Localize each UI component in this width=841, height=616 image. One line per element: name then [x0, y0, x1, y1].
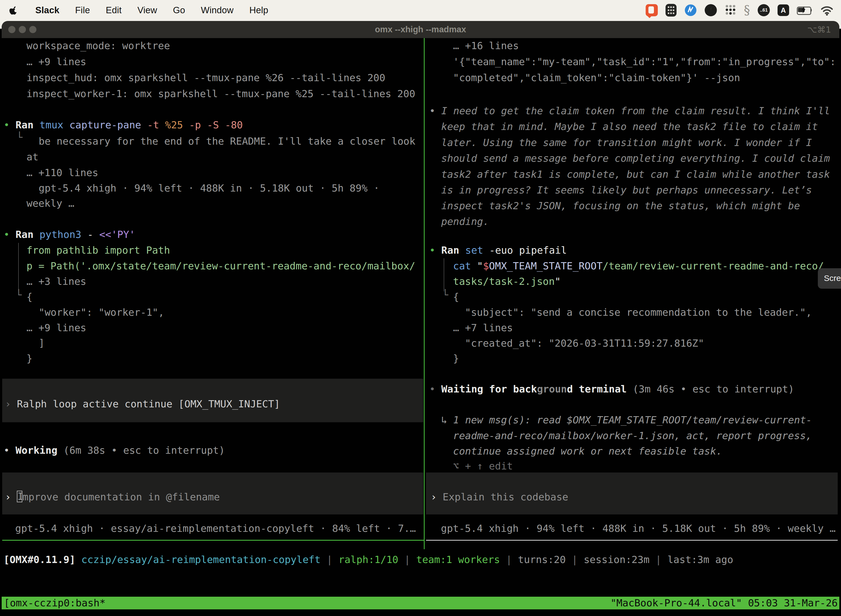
working-status-line: • Working (6m 38s • esc to interrupt)	[4, 444, 225, 457]
menu-item-view[interactable]: View	[138, 5, 157, 15]
terminal-line: inspect_worker-1: omx sparkshell --tmux-…	[26, 88, 415, 100]
menu-bar: SlackFileEditViewGoWindowHelp § ..61 A	[0, 0, 841, 21]
terminal-line: workspace_mode: worktree	[26, 40, 170, 52]
status-tray: § ..61 A	[646, 0, 834, 21]
terminal-line: └	[442, 289, 448, 301]
ralph-loop-status-line: › Ralph loop active continue [OMX_TMUX_I…	[5, 398, 280, 411]
tmux-status-bar: [omx-cczip0:bash* "MacBook-Pro-44.local"…	[1, 597, 840, 609]
terminal-line: └	[16, 289, 22, 301]
input-source-icon[interactable]: A	[778, 4, 789, 16]
count-badge-icon[interactable]: ..61	[757, 4, 770, 16]
terminal-line: pending.	[441, 215, 489, 228]
right-pane-border	[426, 540, 838, 541]
terminal-line: {	[26, 290, 32, 303]
terminal-line: readme-and-reco/mailbox/worker-1.json, a…	[453, 430, 812, 442]
terminal-line: … +9 lines	[26, 56, 86, 68]
terminal-line: … +9 lines	[26, 321, 86, 334]
terminal-line: should send a message before completing …	[441, 152, 830, 165]
terminal-line: is in progress? It seems likely but perh…	[441, 184, 812, 197]
code-block-rule	[18, 243, 19, 292]
new-message-notice-line: ↳ 1 new msg(s): read $OMX_TEAM_STATE_ROO…	[441, 414, 812, 427]
ran-tmux-capture-line: • Ran tmux capture-pane -t %25 -p -S -80	[4, 119, 243, 131]
pane-divider[interactable]	[424, 38, 425, 549]
terminal-line: '{"team_name":"my-team","task_id":"1","f…	[453, 56, 836, 68]
badge-app-icon[interactable]	[684, 4, 697, 16]
menu-items: SlackFileEditViewGoWindowHelp	[35, 5, 284, 15]
terminal-line: task2 after task1 is complete, but can I…	[441, 168, 830, 181]
tmux-session-label[interactable]: [omx-cczip0:bash*	[4, 597, 105, 609]
menu-item-go[interactable]: Go	[173, 5, 185, 15]
terminal-line: "completed","claim_token":"claim-token"}…	[453, 72, 740, 84]
terminal-line: "subject": "send a concise recommendatio…	[465, 306, 812, 319]
ran-python3-line: • Ran python3 - <<'PY'	[4, 228, 135, 241]
terminal-line: later. Using the same for transition mig…	[441, 136, 812, 149]
menu-item-file[interactable]: File	[75, 5, 90, 15]
terminal-line: inspect_hud: omx sparkshell --tmux-pane …	[26, 72, 385, 84]
left-pane-status-line: gpt-5.4 xhigh · essay/ai-reimplementatio…	[15, 522, 416, 535]
crescent-app-icon[interactable]	[705, 4, 717, 16]
terminal-line: be necessary for the end of the README. …	[39, 135, 415, 148]
edit-hint-line: ⌥ + ↑ edit	[453, 460, 513, 472]
terminal-line: }	[453, 352, 459, 365]
thinking-text-line: • I need to get the claim token from the…	[429, 105, 830, 117]
terminal-line: gpt-5.4 xhigh · 94% left · 488K in · 5.1…	[39, 182, 379, 195]
prompt-input-left[interactable]: › Improve documentation in @filename	[5, 491, 220, 503]
menu-item-window[interactable]: Window	[201, 5, 234, 15]
prompt-input-right[interactable]: › Explain this codebase	[431, 491, 568, 503]
screen-tooltip: Scre	[818, 268, 841, 289]
terminal-line: p = Path('.omx/state/team/review-current…	[26, 260, 415, 273]
tmux-host-clock: "MacBook-Pro-44.local" 05:03 31-Mar-26	[610, 597, 838, 609]
omx-hud-status-line: [OMX#0.11.9] cczip/essay/ai-reimplementa…	[4, 553, 733, 566]
terminal: Scre workspace_mode: worktree… +9 linesi…	[0, 0, 841, 616]
terminal-line: }	[26, 352, 32, 365]
terminal-line: "worker": "worker-1",	[39, 306, 164, 319]
dots-grid-icon[interactable]	[725, 4, 736, 16]
terminal-line: └	[16, 131, 23, 144]
terminal-line: … +7 lines	[453, 321, 513, 334]
ran-set-pipefail-line: • Ran set -euo pipefail	[429, 244, 567, 257]
waiting-status-line: • Waiting for background terminal (3m 46…	[429, 383, 794, 396]
terminal-line: … +16 lines	[453, 40, 519, 52]
apple-menu-icon[interactable]	[9, 4, 20, 16]
menu-item-edit[interactable]: Edit	[105, 5, 122, 15]
terminal-line: continue assigned work or next feasible …	[453, 445, 722, 458]
squiggle-icon[interactable]: §	[744, 4, 750, 16]
menu-item-help[interactable]: Help	[249, 5, 268, 15]
left-pane-border	[2, 540, 424, 541]
menu-item-slack[interactable]: Slack	[35, 5, 59, 15]
terminal-line: cat "$OMX_TEAM_STATE_ROOT/team/review-cu…	[453, 260, 824, 273]
right-pane-status-line: gpt-5.4 xhigh · 94% left · 488K in · 5.1…	[441, 522, 835, 535]
text-cursor: I	[17, 491, 22, 502]
terminal-line: keep that in mind. Maybe I also need the…	[441, 120, 818, 133]
wifi-icon[interactable]	[820, 5, 834, 16]
terminal-line: inspect task2's JSON, focusing on the st…	[441, 199, 800, 212]
terminal-line: from pathlib import Path	[26, 244, 170, 257]
code-block-rule	[444, 258, 444, 292]
terminal-line: ]	[39, 337, 45, 349]
terminal-line: {	[453, 290, 459, 303]
battery-icon[interactable]	[797, 6, 812, 14]
terminal-line: … +3 lines	[26, 275, 86, 288]
terminal-line: … +110 lines	[26, 166, 98, 179]
keyboard-icon[interactable]	[665, 4, 677, 16]
slack-status-icon[interactable]	[646, 4, 658, 16]
terminal-line: at	[26, 151, 38, 163]
terminal-line: tasks/task-2.json"	[453, 275, 561, 288]
terminal-line: "created_at": "2026-03-31T11:59:27.816Z"	[465, 337, 704, 350]
terminal-line: weekly …	[26, 197, 74, 210]
